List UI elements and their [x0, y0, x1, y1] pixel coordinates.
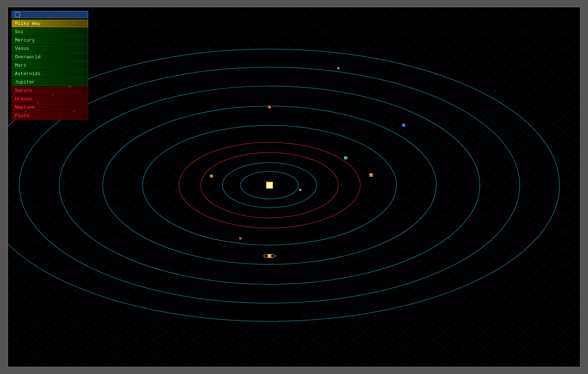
svg-rect-16	[402, 124, 404, 125]
svg-rect-14	[344, 156, 346, 158]
svg-rect-8	[268, 106, 269, 107]
catalog-item-neptune[interactable]: Neptune	[12, 104, 88, 111]
planet-uranus[interactable]	[344, 156, 347, 160]
catalog-item-uranus[interactable]: Uranus	[12, 95, 88, 103]
catalog-header	[12, 11, 88, 18]
svg-rect-17	[337, 67, 340, 70]
svg-rect-12	[268, 254, 270, 256]
svg-rect-7	[268, 106, 271, 109]
svg-rect-1	[299, 189, 301, 191]
svg-rect-4	[210, 175, 212, 176]
catalog-list: Milky WaySolMercuryVenusOverworldMarsAst…	[12, 20, 88, 120]
svg-rect-3	[210, 175, 213, 178]
orbit-mars	[179, 142, 360, 228]
svg-rect-13	[344, 156, 347, 160]
sun[interactable]	[266, 182, 273, 188]
planet-saturn[interactable]	[268, 254, 272, 258]
planet-pluto[interactable]	[337, 67, 340, 70]
catalog-item-venus[interactable]: Venus	[12, 45, 88, 52]
catalog-item-jupiter[interactable]: Jupiter	[12, 78, 88, 86]
catalog-item-pluto[interactable]: Pluto	[12, 112, 88, 120]
orbit-mercury	[241, 171, 299, 199]
svg-rect-22	[347, 157, 348, 158]
svg-rect-10	[369, 173, 371, 175]
catalog-item-asteroids[interactable]: Asteroids	[12, 70, 88, 78]
svg-rect-9	[369, 173, 373, 177]
svg-rect-2	[299, 189, 300, 190]
svg-rect-18	[337, 67, 339, 69]
background-grid	[8, 7, 580, 367]
planet-overworld[interactable]	[239, 237, 242, 240]
orbit-jupiter	[143, 125, 396, 245]
svg-rect-5	[239, 237, 242, 240]
svg-rect-20	[345, 157, 346, 158]
catalog-item-milky-way[interactable]: Milky Way	[12, 20, 88, 27]
solar-system-view	[8, 7, 580, 367]
catalog-item-saturn[interactable]: Saturn	[12, 87, 88, 94]
orbit-neptune	[19, 67, 520, 303]
orbit-pluto	[8, 49, 560, 322]
svg-rect-21	[346, 157, 347, 158]
catalog-item-mercury[interactable]: Mercury	[12, 36, 88, 44]
svg-rect-11	[268, 254, 272, 258]
svg-rect-15	[402, 124, 405, 127]
planet-neptune[interactable]	[402, 124, 405, 127]
catalog-item-overworld[interactable]: Overworld	[12, 53, 88, 61]
planet-venus[interactable]	[210, 175, 213, 178]
orbit-uranus	[59, 86, 480, 284]
orbit-venus	[222, 163, 317, 207]
planet-jupiter[interactable]	[369, 173, 373, 177]
catalog-item-sol[interactable]: Sol	[12, 28, 88, 36]
svg-point-19	[264, 254, 275, 258]
app-container: Milky WaySolMercuryVenusOverworldMarsAst…	[7, 7, 581, 367]
catalog-panel: Milky WaySolMercuryVenusOverworldMarsAst…	[12, 11, 88, 120]
catalog-item-mars[interactable]: Mars	[12, 62, 88, 69]
svg-rect-0	[267, 183, 272, 188]
svg-rect-6	[239, 237, 241, 239]
planet-mercury[interactable]	[299, 189, 301, 191]
orbit-overworld	[201, 152, 338, 218]
planet-mars[interactable]	[268, 106, 271, 109]
orbit-saturn	[103, 106, 436, 264]
